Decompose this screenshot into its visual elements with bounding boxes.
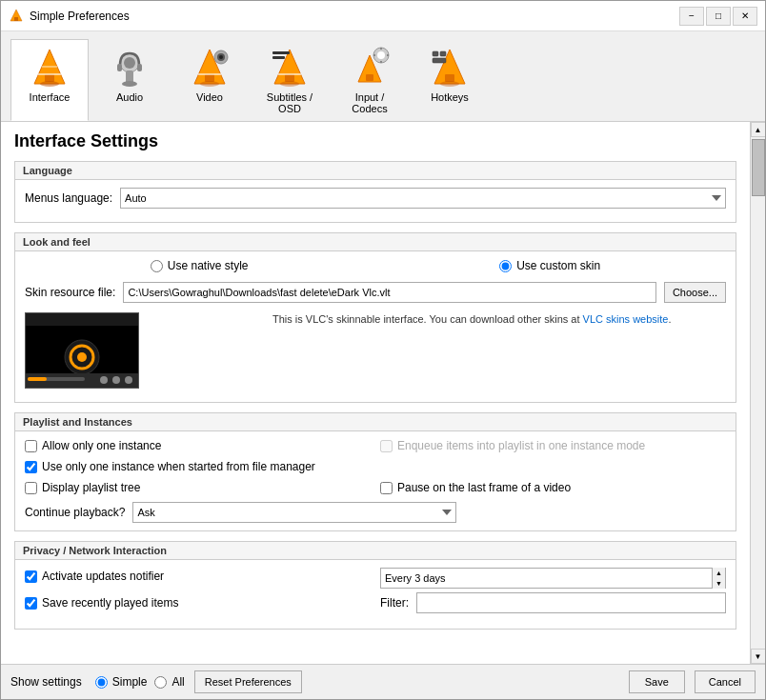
toolbar-item-subtitles[interactable]: Subtitles / OSD	[251, 39, 329, 121]
svg-point-41	[100, 376, 108, 384]
svg-point-43	[125, 376, 132, 384]
menus-language-select[interactable]: Auto English French German	[120, 188, 726, 209]
custom-skin-radio[interactable]	[499, 260, 512, 272]
save-recently-played-checkbox[interactable]	[25, 597, 37, 610]
toolbar-item-video[interactable]: Video	[171, 39, 249, 121]
title-bar: Simple Preferences − □ ✕	[1, 1, 765, 31]
style-radio-row: Use native style Use custom skin	[25, 259, 726, 272]
toolbar-item-hotkeys[interactable]: Hotkeys	[411, 39, 489, 121]
activate-updates-checkbox[interactable]	[25, 570, 37, 583]
privacy-section: Privacy / Network Interaction Activate u…	[14, 541, 736, 630]
toolbar-item-interface[interactable]: Interface	[10, 39, 89, 121]
vlc-skins-link[interactable]: VLC skins website	[583, 313, 669, 325]
hotkeys-icon	[427, 46, 473, 91]
toolbar-item-input[interactable]: Input / Codecs	[331, 39, 409, 121]
title-bar-buttons: − □ ✕	[679, 7, 757, 26]
playlist-section: Playlist and Instances Allow only one in…	[14, 412, 736, 531]
minimize-button[interactable]: −	[679, 7, 704, 26]
skin-resource-row: Skin resource file: Choose...	[25, 282, 726, 303]
video-icon	[187, 46, 232, 91]
simple-settings-radio[interactable]	[95, 676, 108, 689]
scrollbar-down-arrow[interactable]: ▼	[751, 649, 766, 664]
enqueue-checkbox	[380, 440, 393, 452]
preview-controls	[26, 373, 138, 388]
all-settings-option[interactable]: All	[154, 675, 184, 689]
allow-one-instance-row[interactable]: Allow only one instance	[25, 439, 371, 452]
choose-skin-button[interactable]: Choose...	[664, 282, 726, 303]
svg-rect-31	[445, 74, 454, 82]
native-style-label: Use native style	[168, 259, 249, 272]
svg-rect-11	[117, 64, 122, 71]
svg-rect-35	[433, 58, 446, 63]
all-settings-label: All	[171, 675, 184, 689]
input-icon	[347, 46, 393, 91]
privacy-section-content: Activate updates notifier Every 3 days E…	[15, 560, 736, 629]
updates-spinner-up[interactable]: ▲	[713, 568, 725, 578]
svg-rect-3	[45, 74, 54, 82]
svg-rect-33	[433, 51, 438, 56]
svg-rect-1	[14, 17, 18, 21]
pause-last-frame-label: Pause on the last frame of a video	[397, 481, 571, 494]
privacy-options-grid-2: Save recently played items Filter:	[25, 592, 726, 617]
svg-rect-27	[366, 74, 373, 81]
toolbar-label-subtitles: Subtitles / OSD	[263, 91, 316, 114]
filter-input[interactable]	[416, 592, 726, 613]
native-style-option[interactable]: Use native style	[151, 259, 249, 272]
page-title: Interface Settings	[14, 131, 736, 151]
simple-settings-option[interactable]: Simple	[95, 675, 148, 689]
playlist-options-grid: Allow only one instance Enqueue items in…	[25, 439, 726, 456]
privacy-options-grid: Activate updates notifier Every 3 days E…	[25, 568, 726, 589]
continue-playback-label: Continue playback?	[25, 506, 125, 519]
save-button[interactable]: Save	[629, 670, 685, 693]
skin-resource-input[interactable]	[123, 282, 656, 303]
main-content: Interface Settings Language Menus langua…	[1, 122, 750, 664]
use-one-instance-checkbox[interactable]	[25, 461, 37, 473]
cancel-button[interactable]: Cancel	[695, 670, 756, 693]
svg-point-19	[219, 55, 223, 59]
svg-point-22	[280, 81, 299, 87]
svg-point-8	[124, 57, 135, 69]
maximize-button[interactable]: □	[706, 7, 731, 26]
display-playlist-tree-label: Display playlist tree	[42, 481, 140, 494]
continue-playback-row: Continue playback? Ask Always Never	[25, 502, 726, 523]
settings-radio-group: Simple All	[95, 675, 185, 689]
toolbar-label-interface: Interface	[30, 91, 71, 103]
continue-playback-select[interactable]: Ask Always Never	[132, 502, 456, 523]
scrollbar-up-arrow[interactable]: ▲	[751, 122, 766, 137]
bottom-spacer	[14, 639, 736, 658]
show-settings-label: Show settings	[10, 675, 82, 689]
activate-updates-row[interactable]: Activate updates notifier	[25, 568, 371, 585]
display-playlist-tree-checkbox[interactable]	[25, 482, 37, 494]
updates-spinner: ▲ ▼	[712, 568, 725, 589]
close-button[interactable]: ✕	[733, 7, 757, 26]
privacy-section-header: Privacy / Network Interaction	[15, 542, 736, 560]
look-feel-content: Use native style Use custom skin Skin re…	[15, 251, 736, 402]
svg-point-15	[200, 81, 219, 87]
toolbar-item-audio[interactable]: Audio	[91, 39, 169, 121]
playlist-section-header: Playlist and Instances	[15, 413, 736, 431]
display-playlist-tree-row[interactable]: Display playlist tree	[25, 481, 371, 494]
language-section: Language Menus language: Auto English Fr…	[14, 161, 736, 223]
pause-last-frame-checkbox[interactable]	[380, 482, 393, 494]
save-recently-played-row[interactable]: Save recently played items	[25, 592, 371, 613]
updates-frequency-select[interactable]: Every 3 days Every day Every week Every …	[381, 569, 712, 588]
native-style-radio[interactable]	[151, 260, 163, 272]
svg-point-42	[112, 376, 120, 384]
activate-updates-label: Activate updates notifier	[42, 570, 164, 583]
custom-skin-option[interactable]: Use custom skin	[499, 259, 600, 272]
audio-icon	[107, 46, 152, 91]
playlist-options-grid-2: Use only one instance when started from …	[25, 460, 726, 477]
preview-vlc-logo	[63, 338, 101, 376]
scrollbar-thumb[interactable]	[752, 139, 765, 196]
reset-preferences-button[interactable]: Reset Preferences	[194, 670, 302, 693]
all-settings-radio[interactable]	[154, 676, 167, 689]
updates-spinner-down[interactable]: ▼	[713, 578, 725, 589]
svg-point-29	[377, 51, 385, 59]
enqueue-row: Enqueue items into playlist in one insta…	[380, 439, 726, 452]
allow-one-instance-checkbox[interactable]	[25, 440, 37, 452]
simple-settings-label: Simple	[112, 675, 148, 689]
pause-last-frame-row[interactable]: Pause on the last frame of a video	[380, 481, 726, 494]
use-one-instance-row[interactable]: Use only one instance when started from …	[25, 460, 371, 473]
svg-rect-14	[205, 74, 214, 82]
svg-rect-24	[272, 51, 290, 54]
